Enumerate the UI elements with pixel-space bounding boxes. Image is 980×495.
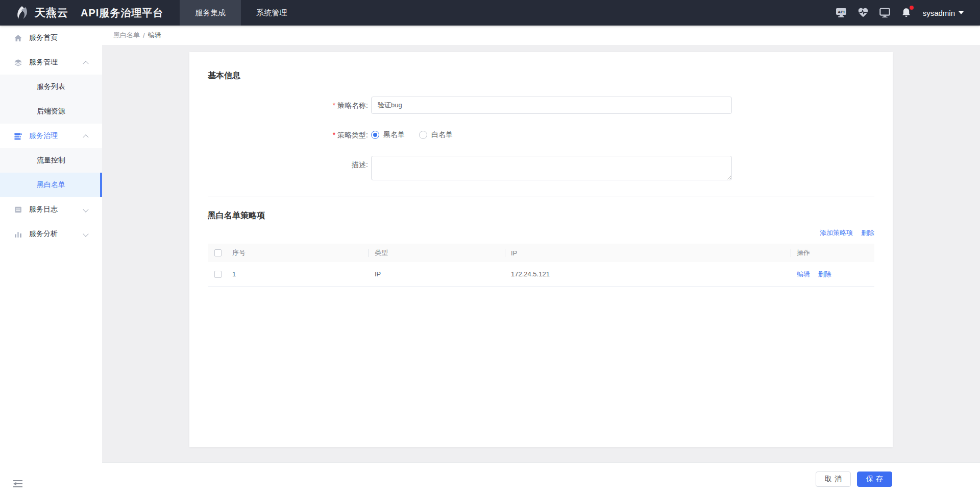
header-no: 序号 <box>228 248 369 257</box>
brand-name: 天燕云 <box>35 6 68 20</box>
section-divider <box>208 197 874 197</box>
logo: 天燕云 <box>0 5 68 21</box>
sidebar-item-label: 流量控制 <box>37 156 65 165</box>
row-checkbox[interactable] <box>214 271 222 278</box>
policy-name-input[interactable] <box>371 97 732 114</box>
chevron-down-icon <box>83 231 88 237</box>
chevron-up-icon <box>83 134 88 140</box>
content-area: 基本信息 *策略名称: *策略类型: 黑名单 <box>102 45 980 495</box>
policy-name-label: *策略名称: <box>208 97 371 114</box>
topbar-right: API <box>825 7 980 18</box>
monitor-icon[interactable] <box>879 7 891 18</box>
add-policy-item-link[interactable]: 添加策略项 <box>820 228 853 238</box>
log-book-icon <box>14 205 22 214</box>
sidebar-item-label: 黑白名单 <box>37 180 65 190</box>
sidebar: 服务首页 服务管理 服务列表 后端资源 <box>0 26 102 495</box>
description-label: 描述: <box>208 156 371 182</box>
save-button[interactable]: 保存 <box>857 472 892 487</box>
radio-blacklist[interactable] <box>371 131 379 139</box>
policy-type-row: *策略类型: 黑名单 白名单 <box>208 126 874 144</box>
row-delete-link[interactable]: 删除 <box>818 270 831 278</box>
brand-logo-icon <box>14 5 31 21</box>
notification-badge <box>910 6 914 10</box>
api-doc-icon[interactable]: API <box>835 7 847 18</box>
health-heart-pulse-icon[interactable] <box>857 7 869 18</box>
username: sysadmin <box>923 9 955 17</box>
sidebar-item-label: 服务治理 <box>29 131 58 140</box>
breadcrumb-separator: / <box>143 32 145 39</box>
sidebar-item-service-management[interactable]: 服务管理 <box>0 50 102 75</box>
radio-blacklist-label[interactable]: 黑名单 <box>383 130 405 139</box>
notification-bell-icon[interactable] <box>901 7 912 18</box>
policy-type-label: *策略类型: <box>208 126 371 144</box>
sidebar-item-service-home[interactable]: 服务首页 <box>0 26 102 50</box>
server-stack-icon <box>14 132 22 140</box>
policy-items-title: 黑白名单策略项 <box>208 210 874 221</box>
sidebar-item-service-list[interactable]: 服务列表 <box>0 75 102 99</box>
chevron-down-icon <box>959 11 964 14</box>
sidebar-item-backend-resources[interactable]: 后端资源 <box>0 99 102 124</box>
sidebar-item-label: 服务列表 <box>37 82 65 91</box>
sidebar-item-label: 服务分析 <box>29 229 58 239</box>
collapse-sidebar-icon[interactable] <box>12 480 23 490</box>
sidebar-item-service-logs[interactable]: 服务日志 <box>0 197 102 222</box>
cancel-button[interactable]: 取消 <box>816 472 851 487</box>
basic-info-title: 基本信息 <box>208 70 874 81</box>
breadcrumb: 黑白名单 / 编辑 <box>102 26 980 45</box>
header-type: 类型 <box>369 248 505 257</box>
sidebar-item-traffic-control[interactable]: 流量控制 <box>0 148 102 173</box>
sidebar-item-label: 服务首页 <box>29 33 58 42</box>
description-row: 描述: <box>208 156 874 182</box>
table-row: 1 IP 172.24.5.121 编辑 删除 <box>208 262 874 287</box>
topbar: 天燕云 API服务治理平台 服务集成 系统管理 API <box>0 0 980 26</box>
top-tab-service-integration[interactable]: 服务集成 <box>180 0 241 26</box>
cell-type: IP <box>369 270 505 278</box>
policy-items-table: 序号 类型 IP 操作 1 IP 172.24.5.121 编辑 删除 <box>208 244 874 287</box>
header-ip: IP <box>505 249 791 257</box>
sidebar-item-service-governance[interactable]: 服务治理 <box>0 124 102 148</box>
select-all-cell <box>208 249 228 256</box>
policy-name-row: *策略名称: <box>208 97 874 114</box>
home-icon <box>14 34 22 42</box>
edit-form-card: 基本信息 *策略名称: *策略类型: 黑名单 <box>189 52 893 447</box>
top-nav: 服务集成 系统管理 <box>180 0 302 26</box>
sidebar-item-service-analysis[interactable]: 服务分析 <box>0 222 102 246</box>
basic-info-form: *策略名称: *策略类型: 黑名单 白名单 <box>208 97 874 182</box>
required-asterisk: * <box>333 131 335 139</box>
layers-icon <box>14 58 22 67</box>
description-textarea[interactable] <box>371 156 732 180</box>
app-root: 天燕云 API服务治理平台 服务集成 系统管理 API <box>0 0 980 495</box>
cell-ip: 172.24.5.121 <box>505 270 791 278</box>
sidebar-item-label: 后端资源 <box>37 107 65 116</box>
cell-actions: 编辑 删除 <box>791 270 874 279</box>
top-tab-system-management[interactable]: 系统管理 <box>241 0 302 26</box>
footer-action-bar: 取消 保存 <box>102 462 980 495</box>
sidebar-item-label: 服务管理 <box>29 58 58 67</box>
breadcrumb-current: 编辑 <box>148 31 161 40</box>
platform-title: API服务治理平台 <box>81 6 163 20</box>
sidebar-item-blackwhite-list[interactable]: 黑白名单 <box>0 173 102 197</box>
radio-whitelist[interactable] <box>419 131 427 139</box>
required-asterisk: * <box>333 101 335 109</box>
policy-items-toolbar: 添加策略项 删除 <box>208 228 874 238</box>
table-header-row: 序号 类型 IP 操作 <box>208 244 874 262</box>
delete-selected-link[interactable]: 删除 <box>861 228 874 238</box>
svg-text:API: API <box>838 10 844 14</box>
chevron-down-icon <box>83 206 88 212</box>
cell-no: 1 <box>228 270 369 278</box>
sidebar-item-label: 服务日志 <box>29 205 58 214</box>
chevron-up-icon <box>83 61 88 66</box>
breadcrumb-parent[interactable]: 黑白名单 <box>113 31 140 40</box>
row-edit-link[interactable]: 编辑 <box>797 270 810 278</box>
header-actions: 操作 <box>791 248 874 257</box>
select-all-checkbox[interactable] <box>214 249 222 256</box>
bar-chart-icon <box>14 230 22 239</box>
radio-whitelist-label[interactable]: 白名单 <box>431 130 453 139</box>
row-select-cell <box>208 271 228 278</box>
user-menu[interactable]: sysadmin <box>923 9 964 17</box>
